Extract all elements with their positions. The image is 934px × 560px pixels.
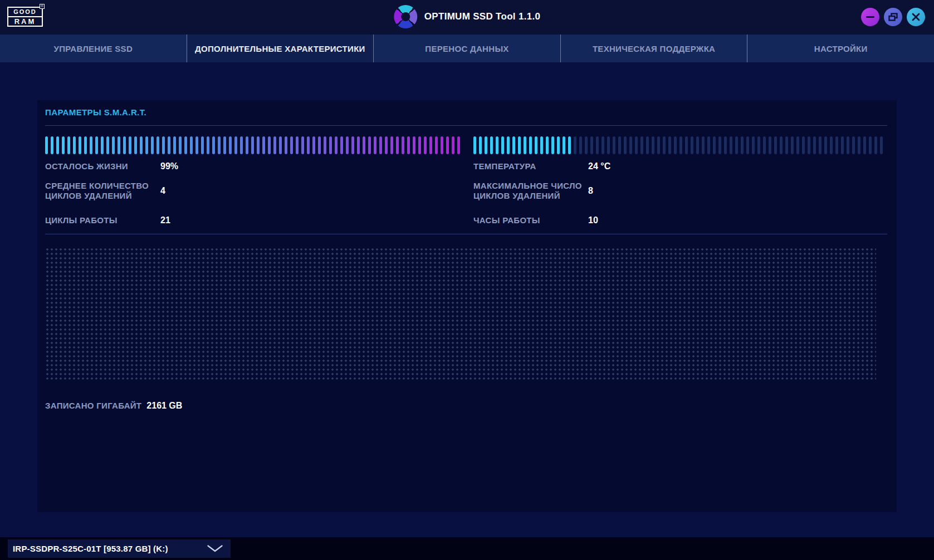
stat-max-erase-value: 8 — [588, 186, 593, 196]
app-title-group: OPTIMUM SSD Tool 1.1.0 — [394, 5, 540, 28]
stat-power-cycles-label: ЦИКЛЫ РАБОТЫ — [45, 215, 118, 225]
stat-temperature-label: ТЕМПЕРАТУРА — [473, 161, 536, 171]
app-title: OPTIMUM SSD Tool 1.1.0 — [424, 11, 540, 22]
nav-tab-bar: УПРАВЛЕНИЕ SSD ДОПОЛНИТЕЛЬНЫЕ ХАРАКТЕРИС… — [0, 35, 934, 62]
restore-icon — [888, 13, 898, 21]
temperature-gauge — [473, 136, 888, 154]
tab-data-transfer[interactable]: ПЕРЕНОС ДАННЫХ — [374, 35, 561, 62]
drive-selector-label: IRP-SSDPR-S25C-01T [953.87 GB] (K:) — [13, 544, 207, 553]
minimize-button[interactable] — [861, 8, 879, 26]
stat-power-hours-label: ЧАСЫ РАБОТЫ — [473, 215, 540, 225]
app-logo-icon — [394, 5, 417, 28]
panel-title: ПАРАМЕТРЫ S.M.A.R.T. — [45, 107, 146, 117]
restore-button[interactable] — [884, 8, 902, 26]
status-bar: IRP-SSDPR-S25C-01T [953.87 GB] (K:) — [0, 537, 934, 560]
window-controls — [861, 8, 925, 26]
stat-power-cycles-value: 21 — [160, 215, 170, 225]
tab-technical-support[interactable]: ТЕХНИЧЕСКАЯ ПОДДЕРЖКА — [561, 35, 748, 62]
stat-temperature-value: 24 °C — [588, 161, 610, 171]
registered-trademark-icon: ® — [40, 4, 45, 9]
stat-life-label: ОСТАЛОСЬ ЖИЗНИ — [45, 161, 128, 171]
close-icon — [912, 13, 920, 21]
close-button[interactable] — [907, 8, 925, 26]
stat-power-hours-value: 10 — [588, 215, 598, 225]
goodram-logo-ram: RAM — [7, 16, 43, 27]
tab-additional-characteristics[interactable]: ДОПОЛНИТЕЛЬНЫЕ ХАРАКТЕРИСТИКИ — [187, 35, 374, 62]
life-remaining-gauge — [45, 136, 466, 154]
smart-parameters-panel: ПАРАМЕТРЫ S.M.A.R.T. ОСТАЛОСЬ ЖИЗНИ 99% … — [37, 100, 897, 512]
gigabytes-written-row: ЗАПИСАНО ГИГАБАЙТ 2161 GB — [45, 401, 182, 411]
title-bar: GOOD RAM ® OPTIMUM SSD Tool 1.1.0 — [0, 0, 934, 35]
stat-avg-erase-label: СРЕДНЕЕ КОЛИЧЕСТВО ЦИКЛОВ УДАЛЕНИЙ — [45, 181, 159, 201]
gigabytes-written-label: ЗАПИСАНО ГИГАБАЙТ — [45, 401, 141, 410]
stat-life-value: 99% — [160, 161, 178, 171]
chevron-down-icon[interactable] — [207, 545, 223, 552]
divider — [45, 234, 887, 234]
stat-avg-erase-value: 4 — [160, 186, 165, 196]
gigabytes-written-value: 2161 GB — [146, 401, 182, 411]
minimize-icon — [866, 16, 874, 18]
write-history-graph-placeholder — [45, 247, 876, 380]
stat-max-erase-label: МАКСИМАЛЬНОЕ ЧИСЛО ЦИКЛОВ УДАЛЕНИЙ — [473, 181, 588, 201]
tab-settings[interactable]: НАСТРОЙКИ — [747, 35, 934, 62]
goodram-logo: GOOD RAM ® — [7, 7, 43, 27]
divider — [45, 125, 887, 126]
tab-ssd-management[interactable]: УПРАВЛЕНИЕ SSD — [0, 35, 187, 62]
drive-selector[interactable]: IRP-SSDPR-S25C-01T [953.87 GB] (K:) — [8, 539, 231, 558]
